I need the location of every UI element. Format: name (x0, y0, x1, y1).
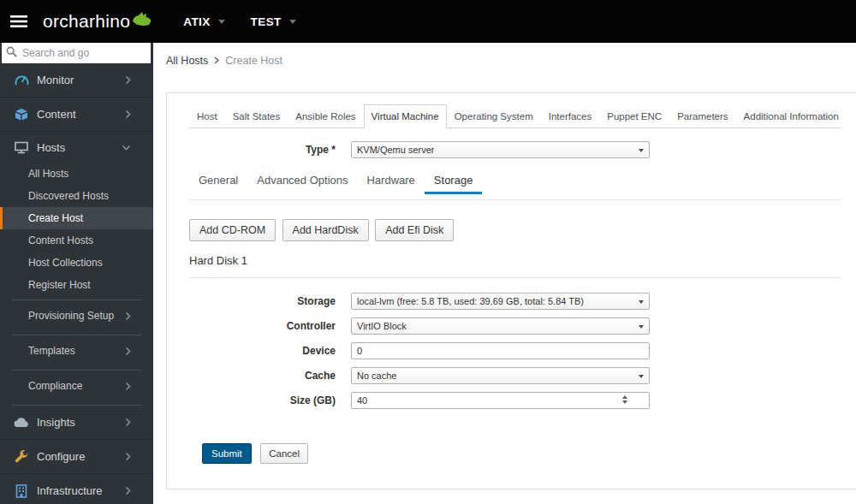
storage-field-row: Storage local-lvm (free: 5.8 TB, used: 3… (189, 293, 841, 310)
size-label: Size (GB) (189, 394, 336, 406)
breadcrumb-all-hosts[interactable]: All Hosts (166, 55, 208, 67)
sidebar-item-provisioning-setup[interactable]: Provisioning Setup (0, 300, 153, 331)
tab-salt-states[interactable]: Salt States (225, 104, 288, 128)
tab-ansible-roles[interactable]: Ansible Roles (288, 104, 363, 128)
divider (189, 277, 841, 278)
chevron-down-icon (639, 325, 644, 329)
sub-item-label: Content Hosts (28, 234, 93, 246)
top-navbar: orcharhino ATIX TEST (0, 0, 856, 43)
sidebar-nav: Monitor Content (0, 63, 153, 504)
hard-disk-form: Storage local-lvm (free: 5.8 TB, used: 3… (189, 293, 841, 409)
divider (189, 199, 841, 200)
subtab-hardware[interactable]: Hardware (357, 167, 424, 194)
sidebar-item-create-host[interactable]: Create Host (0, 207, 153, 229)
sidebar-item-discovered-hosts[interactable]: Discovered Hosts (0, 185, 153, 207)
tab-operating-system[interactable]: Operating System (447, 104, 541, 128)
sidebar-item-content-hosts[interactable]: Content Hosts (0, 229, 153, 252)
type-row: Type * KVM/Qemu server (189, 141, 841, 158)
sidebar-item-label: Monitor (37, 74, 74, 86)
hosts-submenu: All Hosts Discovered Hosts Create Host C… (0, 163, 153, 406)
sidebar-item-register-host[interactable]: Register Host (0, 274, 153, 296)
chevron-right-icon (125, 382, 131, 391)
sidebar-item-label: Insights (37, 416, 75, 429)
add-harddisk-button[interactable]: Add HardDisk (282, 219, 369, 241)
select-value: VirtIO Block (357, 321, 407, 331)
size-field-row: Size (GB) (189, 392, 841, 409)
tab-parameters[interactable]: Parameters (669, 104, 735, 128)
sidebar-item-infrastructure[interactable]: Infrastructure (0, 474, 153, 504)
create-host-panel: Host Salt States Ansible Roles Virtual M… (166, 92, 856, 489)
select-value: No cache (357, 371, 396, 381)
subtab-advanced-options[interactable]: Advanced Options (247, 167, 357, 194)
org-menu-atix[interactable]: ATIX (183, 15, 224, 28)
sub-item-label: Provisioning Setup (28, 310, 114, 322)
cloud-icon (11, 417, 32, 428)
spinner-control[interactable] (622, 395, 627, 404)
spinner-down-icon[interactable] (622, 400, 627, 404)
sidebar-item-all-hosts[interactable]: All Hosts (0, 163, 153, 185)
hard-disk-title: Hard Disk 1 (189, 254, 841, 267)
subtab-storage[interactable]: Storage (425, 167, 483, 194)
main-content: All Hosts Create Host Host Salt States A… (153, 43, 856, 504)
sidebar-item-templates[interactable]: Templates (0, 335, 153, 366)
sidebar-search[interactable] (2, 43, 151, 63)
server-icon (11, 141, 32, 154)
sidebar-item-host-collections[interactable]: Host Collections (0, 252, 153, 274)
submit-button[interactable]: Submit (202, 443, 252, 464)
add-efi-disk-button[interactable]: Add Efi Disk (375, 219, 454, 241)
spinner-up-icon[interactable] (622, 395, 627, 399)
tab-host[interactable]: Host (189, 104, 225, 128)
sidebar-item-label: Infrastructure (37, 484, 103, 497)
search-input[interactable] (22, 47, 153, 59)
controller-select[interactable]: VirtIO Block (351, 317, 650, 335)
sub-item-label: Discovered Hosts (28, 190, 109, 202)
add-cdrom-button[interactable]: Add CD-ROM (189, 219, 276, 241)
sidebar-item-insights[interactable]: Insights (0, 406, 153, 440)
wrench-icon (11, 450, 32, 464)
sidebar-item-content[interactable]: Content (0, 98, 153, 132)
device-input[interactable] (351, 342, 650, 359)
sidebar-item-configure[interactable]: Configure (0, 440, 153, 474)
chevron-down-icon (122, 145, 131, 151)
tab-puppet-enc[interactable]: Puppet ENC (599, 104, 669, 128)
type-select[interactable]: KVM/Qemu server (351, 141, 650, 158)
chevron-right-icon (214, 55, 219, 67)
sub-item-label: Host Collections (28, 257, 103, 269)
sub-item-label: Create Host (28, 212, 83, 224)
size-input[interactable] (351, 392, 650, 409)
device-label: Device (189, 345, 336, 357)
sidebar-item-compliance[interactable]: Compliance (0, 371, 153, 401)
chevron-down-icon (639, 300, 644, 304)
storage-actions: Add CD-ROM Add HardDisk Add Efi Disk (189, 219, 841, 241)
cancel-button[interactable]: Cancel (260, 443, 308, 464)
tab-virtual-machine[interactable]: Virtual Machine (364, 104, 447, 128)
sidebar-item-hosts[interactable]: Hosts (0, 132, 153, 163)
location-menu-test[interactable]: TEST (251, 15, 296, 28)
search-icon (6, 45, 17, 61)
storage-label: Storage (189, 295, 336, 307)
tab-additional-information[interactable]: Additional Information (736, 104, 847, 128)
chevron-right-icon (125, 75, 131, 85)
hamburger-menu-icon[interactable] (0, 0, 38, 43)
sidebar: Monitor Content (0, 43, 153, 504)
size-spinner (351, 392, 650, 409)
storage-select[interactable]: local-lvm (free: 5.8 TB, used: 39.69 GB,… (351, 293, 650, 310)
subtab-general[interactable]: General (189, 167, 247, 194)
chevron-right-icon (125, 311, 131, 321)
chevron-down-icon (218, 20, 225, 24)
sub-item-label: Compliance (28, 380, 82, 392)
breadcrumb: All Hosts Create Host (153, 43, 856, 67)
sidebar-item-monitor[interactable]: Monitor (0, 63, 153, 98)
orcharhino-logo[interactable]: orcharhino (43, 9, 152, 34)
chevron-right-icon (125, 452, 131, 461)
org-menu-label: ATIX (183, 15, 210, 28)
chevron-right-icon (125, 486, 131, 495)
sub-item-label: Register Host (28, 279, 91, 291)
cache-field-row: Cache No cache (189, 367, 841, 384)
form-actions: Submit Cancel (202, 443, 841, 464)
sidebar-item-label: Content (37, 108, 76, 121)
cache-label: Cache (189, 370, 336, 382)
cache-select[interactable]: No cache (351, 367, 650, 384)
tab-interfaces[interactable]: Interfaces (541, 104, 600, 128)
chevron-right-icon (125, 110, 131, 119)
